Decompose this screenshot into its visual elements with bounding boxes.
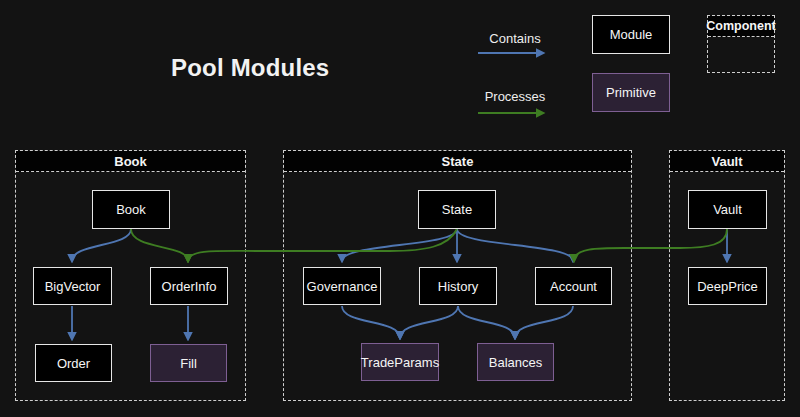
node-vault: Vault	[688, 190, 767, 229]
node-state-label: State	[442, 202, 472, 217]
node-order-label: Order	[57, 356, 90, 371]
container-book-title: Book	[16, 151, 245, 172]
node-orderinfo: OrderInfo	[150, 267, 228, 305]
node-tradeparams: TradeParams	[361, 343, 439, 381]
node-tradeparams-label: TradeParams	[361, 355, 439, 370]
legend-processes-label: Processes	[477, 89, 553, 104]
container-vault-title: Vault	[670, 151, 784, 172]
contains-arrow-icon	[477, 47, 553, 59]
node-deepprice: DeepPrice	[688, 267, 767, 305]
legend-module-label: Module	[610, 27, 653, 42]
node-balances-label: Balances	[489, 355, 542, 370]
node-governance-label: Governance	[307, 279, 378, 294]
node-state: State	[418, 190, 496, 229]
page-title: Pool Modules	[171, 54, 329, 82]
legend-contains-label: Contains	[477, 31, 553, 46]
legend-component-box: Component	[707, 15, 775, 73]
node-order: Order	[35, 344, 112, 382]
node-governance: Governance	[303, 267, 381, 305]
node-account-label: Account	[550, 279, 597, 294]
node-fill: Fill	[150, 344, 227, 382]
legend-component-label: Component	[708, 16, 774, 37]
node-history-label: History	[438, 279, 478, 294]
node-vault-label: Vault	[713, 202, 742, 217]
node-bigvector: BigVector	[33, 267, 112, 305]
node-account: Account	[535, 267, 612, 305]
node-orderinfo-label: OrderInfo	[162, 279, 217, 294]
pool-modules-diagram: Pool Modules Contains Processes Module P…	[0, 0, 800, 417]
node-balances: Balances	[477, 343, 554, 381]
node-deepprice-label: DeepPrice	[697, 279, 758, 294]
legend-primitive-box: Primitive	[592, 73, 670, 112]
node-fill-label: Fill	[180, 356, 197, 371]
node-book-label: Book	[116, 202, 146, 217]
processes-arrow-icon	[477, 107, 553, 119]
node-history: History	[419, 267, 497, 305]
legend-primitive-label: Primitive	[606, 85, 656, 100]
node-bigvector-label: BigVector	[45, 279, 101, 294]
node-book: Book	[92, 190, 170, 229]
legend-module-box: Module	[592, 15, 670, 54]
container-state-title: State	[284, 151, 631, 172]
